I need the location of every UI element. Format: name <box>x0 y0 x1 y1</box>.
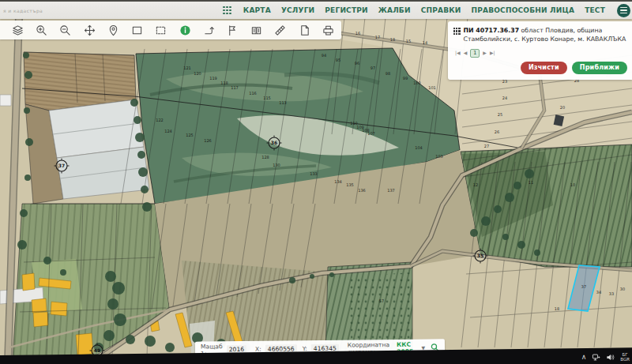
parcel-info-panel: ПИ 40717.36.37 област Пловдив, община Ст… <box>448 21 632 80</box>
map-pages-icon[interactable] <box>250 24 263 37</box>
parcel-number: 103 <box>435 154 443 159</box>
zoom-to-button[interactable]: Приближи <box>572 62 627 74</box>
parcel-number: 133 <box>310 171 318 176</box>
parcel-id: ПИ 40717.36.37 <box>464 27 520 34</box>
measure-icon[interactable] <box>273 24 287 37</box>
parcel-number: 100 <box>413 81 421 85</box>
parcel-number: 104 <box>415 145 423 150</box>
parcel-number: 30 <box>620 287 625 291</box>
nav-item-4[interactable]: ЖАЛБИ <box>378 6 411 14</box>
system-tray: ∧ БГBGR <box>581 352 630 362</box>
parcel-number: 107 <box>367 131 375 136</box>
parcel-number: 116 <box>249 91 257 96</box>
nav-items: КАРТАУСЛУГИРЕГИСТРИЖАЛБИСПРАВКИПРАВОСПОС… <box>223 4 632 17</box>
parcel-number: 10 <box>570 182 575 187</box>
zoom-out-icon[interactable] <box>58 24 72 37</box>
parcel-number: 118 <box>220 81 228 85</box>
parcel-grid-icon <box>453 28 461 35</box>
clear-button[interactable]: Изчисти <box>521 62 567 74</box>
parcel-number: 25 <box>498 112 502 117</box>
parcel-number: 95 <box>336 58 340 62</box>
white-box-topleft <box>0 95 11 106</box>
parcel-number: 37 <box>581 284 586 289</box>
nav-item-6[interactable]: ПРАВОСПОСОБНИ ЛИЦА <box>472 6 575 14</box>
parcel-number: 18 <box>390 37 395 42</box>
svg-text:37: 37 <box>58 163 65 168</box>
svg-text:35: 35 <box>477 253 483 258</box>
brand-text-fragment: я и кадастъра <box>3 8 43 13</box>
parcel-number: 23 <box>502 79 507 84</box>
parcel-number: 135 <box>346 182 354 187</box>
network-icon[interactable] <box>592 353 600 362</box>
nav-item-3[interactable]: РЕГИСТРИ <box>325 6 367 14</box>
layers-icon[interactable] <box>11 24 24 37</box>
parcel-number: 57 <box>379 298 384 303</box>
parcel-number: 101 <box>428 85 436 90</box>
rect-select-icon[interactable] <box>130 24 144 37</box>
parcel-number: 16 <box>356 31 360 36</box>
zoom-in-icon[interactable] <box>35 24 48 37</box>
parcel-number: 98 <box>386 71 390 76</box>
parcel-number: 20 <box>560 105 565 110</box>
parcel-number: 12 <box>473 182 478 187</box>
parcel-number: 99 <box>403 76 408 81</box>
y-label: Y: <box>303 345 307 352</box>
parcel-number: 14 <box>423 40 427 45</box>
top-navbar: я и кадастъра КАРТАУСЛУГИРЕГИСТРИЖАЛБИСП… <box>0 2 632 19</box>
apps-grid-icon[interactable] <box>223 6 231 15</box>
info-icon[interactable] <box>179 24 192 37</box>
parcel-number: 97 <box>371 66 375 70</box>
parcel-number: 124 <box>164 129 172 133</box>
parcel-number: 117 <box>231 85 239 90</box>
flag-icon[interactable] <box>226 24 239 37</box>
parcel-number: 33 <box>609 291 614 296</box>
nav-item-1[interactable]: КАРТА <box>243 6 271 14</box>
app-screen: 1617181514949596979899100101121120119118… <box>0 0 632 364</box>
parcel-number: 125 <box>186 133 194 137</box>
screen-top-edge <box>0 0 632 2</box>
pager-first-button[interactable]: |◀ <box>455 51 461 55</box>
parcel-number: 18 <box>555 306 559 311</box>
svg-text:36: 36 <box>271 140 277 145</box>
parcel-number: 17 <box>375 35 380 39</box>
dashed-rect-select-icon[interactable] <box>154 24 167 37</box>
parcel-number: 24 <box>502 96 507 100</box>
corner-arrow-icon[interactable] <box>202 24 216 37</box>
nav-item-5[interactable]: СПРАВКИ <box>421 6 461 14</box>
nav-item-7[interactable]: ТЕСТ <box>585 6 605 14</box>
parcel-number: 94 <box>322 53 326 58</box>
parcel-number: 130 <box>273 163 280 167</box>
parcel-number: 136 <box>358 188 366 193</box>
pager-prev-button[interactable]: ◀ <box>464 51 468 55</box>
greenhouses-white <box>49 99 149 199</box>
pager-current-page: 1 <box>470 49 480 58</box>
parcel-number: 137 <box>387 188 395 193</box>
document-icon[interactable] <box>298 24 311 37</box>
parcel-number: 120 <box>194 71 201 76</box>
pan-icon[interactable] <box>83 24 96 37</box>
result-pager: |◀ ◀ 1 ▶ ▶| <box>455 49 627 58</box>
nav-item-2[interactable]: УСЛУГИ <box>281 6 314 14</box>
parcel-number: 113 <box>279 100 287 105</box>
parcel-number: 126 <box>204 138 212 143</box>
parcel-number: 26 <box>495 129 499 134</box>
map-toolbar <box>0 21 341 39</box>
parcel-info-text: ПИ 40717.36.37 област Пловдив, община Ст… <box>464 26 627 44</box>
tray-expand-icon[interactable]: ∧ <box>581 354 587 361</box>
language-indicator[interactable]: БГBGR <box>620 352 630 362</box>
parcel-number: 134 <box>334 179 342 184</box>
pager-next-button[interactable]: ▶ <box>483 51 487 55</box>
parcel-number: 15 <box>406 39 411 43</box>
parcel-number: 128 <box>261 155 269 159</box>
x-label: X: <box>255 346 261 353</box>
location-pin-icon[interactable] <box>107 24 120 37</box>
menu-hamburger-icon[interactable] <box>617 4 630 17</box>
pager-last-button[interactable]: ▶| <box>490 51 495 55</box>
parcel-number: 115 <box>263 96 271 100</box>
speaker-icon[interactable] <box>606 353 615 362</box>
parcel-number: 122 <box>156 118 164 122</box>
crs-caret-icon[interactable]: ▼ <box>421 345 425 351</box>
svg-text:49: 49 <box>94 347 100 353</box>
parcel-number: 121 <box>183 66 191 70</box>
printer-icon[interactable] <box>322 24 335 37</box>
